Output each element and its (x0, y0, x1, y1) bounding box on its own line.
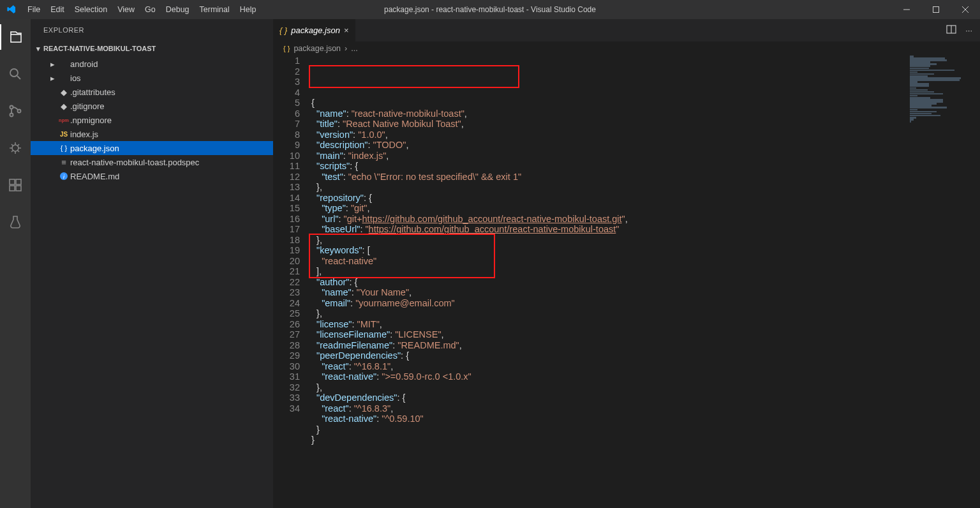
code-line[interactable]: } (311, 435, 903, 445)
npm-icon: npm (57, 117, 70, 123)
menu-edit[interactable]: Edit (45, 0, 70, 19)
git-icon: ◆ (57, 87, 70, 97)
code-line[interactable]: "main": "index.js", (311, 151, 903, 161)
code-line[interactable]: "url": "git+https://github.com/github_ac… (311, 214, 903, 225)
code-line[interactable]: "author": { (311, 277, 903, 288)
menu-help[interactable]: Help (235, 0, 262, 19)
code-line[interactable]: "react-native": ">=0.59.0-rc.0 <1.0.x" (311, 371, 903, 382)
code-line[interactable]: "license": "MIT", (311, 319, 903, 330)
chevron-right-icon: ▸ (47, 73, 57, 83)
explorer-icon[interactable] (0, 24, 31, 50)
code-line[interactable]: "peerDependencies": { (311, 350, 903, 361)
tree-item-ios[interactable]: ▸ios (31, 71, 273, 85)
code-line[interactable]: } (311, 424, 903, 435)
code-line[interactable]: "name": "Your Name", (311, 287, 903, 298)
search-icon[interactable] (0, 61, 31, 87)
code-line[interactable]: "repository": { (311, 193, 903, 204)
code-content[interactable]: { "name": "react-native-mobikul-toast", … (311, 56, 903, 508)
tree-item-label: README.md (70, 172, 119, 181)
code-line[interactable]: }, (311, 182, 903, 193)
code-line[interactable]: "react": "^16.8.1", (311, 361, 903, 372)
explorer-sidebar: EXPLORER ▾ REACT-NATIVE-MOBIKUL-TOAST ▸a… (31, 19, 273, 508)
window-title: package.json - react-native-mobikul-toas… (384, 5, 596, 14)
tab-package-json[interactable]: { } package.json × (273, 19, 356, 41)
minimize-button[interactable] (892, 0, 921, 19)
test-icon[interactable] (0, 209, 31, 235)
split-editor-icon[interactable] (946, 24, 956, 36)
menu-file[interactable]: File (22, 0, 45, 19)
file-tree: ▸android▸ios◆.gitattributes◆.gitignorenp… (31, 56, 273, 183)
highlight-box-name-title (309, 65, 519, 88)
tree-item--gitignore[interactable]: ◆.gitignore (31, 99, 273, 113)
json-icon: { } (57, 144, 70, 152)
code-line[interactable]: "react-native" (311, 256, 903, 267)
close-icon[interactable]: × (344, 26, 349, 35)
code-line[interactable]: "baseUrl": "https://github.com/github_ac… (311, 224, 903, 235)
title-bar: FileEditSelectionViewGoDebugTerminalHelp… (0, 0, 980, 19)
tree-item-label: index.js (70, 130, 98, 139)
tree-item-label: react-native-mobikul-toast.podspec (70, 158, 199, 167)
code-line[interactable]: "title": "React Native Mobikul Toast", (311, 119, 903, 130)
code-line[interactable]: "version": "1.0.0", (311, 130, 903, 140)
json-icon: { } (279, 26, 287, 35)
editor-tabs: { } package.json × ··· (273, 19, 980, 41)
code-line[interactable]: "test": "echo \"Error: no test specified… (311, 172, 903, 183)
tree-item-android[interactable]: ▸android (31, 57, 273, 71)
sidebar-title: EXPLORER (31, 19, 273, 41)
tree-item-readme-md[interactable]: iREADME.md (31, 169, 273, 183)
source-control-icon[interactable] (0, 98, 31, 124)
code-editor[interactable]: 1234567891011121314151617181920212223242… (273, 56, 980, 508)
menu-debug[interactable]: Debug (161, 0, 195, 19)
menu-view[interactable]: View (112, 0, 140, 19)
debug-icon[interactable] (0, 135, 31, 161)
tree-item-label: package.json (70, 144, 119, 153)
code-line[interactable]: "email": "yourname@email.com" (311, 298, 903, 309)
breadcrumb-file: package.json (293, 44, 341, 53)
svg-point-3 (10, 114, 13, 117)
code-line[interactable]: "devDependencies": { (311, 392, 903, 403)
code-line[interactable]: ], (311, 266, 903, 277)
breadcrumbs[interactable]: { } package.json › ... (273, 41, 980, 56)
menu-go[interactable]: Go (140, 0, 161, 19)
code-line[interactable]: "readmeFilename": "README.md", (311, 340, 903, 351)
tree-item-label: .gitignore (70, 101, 104, 111)
tree-item-index-js[interactable]: JSindex.js (31, 127, 273, 141)
code-line[interactable]: "react-native": "^0.59.10" (311, 414, 903, 424)
code-line[interactable]: }, (311, 382, 903, 393)
code-line[interactable]: "keywords": [ (311, 245, 903, 256)
chevron-right-icon: › (345, 44, 347, 53)
vscode-logo-icon (0, 4, 22, 15)
svg-point-2 (10, 106, 13, 109)
code-line[interactable]: "description": "TODO", (311, 140, 903, 151)
svg-rect-7 (16, 179, 21, 184)
code-line[interactable]: "scripts": { (311, 161, 903, 172)
code-line[interactable]: { (311, 98, 903, 108)
svg-point-1 (10, 69, 18, 77)
svg-rect-0 (933, 7, 939, 13)
code-line[interactable]: "licenseFilename": "LICENSE", (311, 329, 903, 340)
code-line[interactable]: "type": "git", (311, 203, 903, 214)
line-numbers: 1234567891011121314151617181920212223242… (273, 56, 311, 508)
tree-item--npmignore[interactable]: npm.npmignore (31, 113, 273, 127)
code-line[interactable]: "name": "react-native-mobikul-toast", (311, 108, 903, 119)
close-button[interactable] (951, 0, 980, 19)
tree-item-package-json[interactable]: { }package.json (31, 141, 273, 155)
menu-terminal[interactable]: Terminal (195, 0, 235, 19)
git-icon: ◆ (57, 101, 70, 111)
code-line[interactable] (311, 445, 903, 456)
tree-item-react-native-mobikul-toast-podspec[interactable]: ≡react-native-mobikul-toast.podspec (31, 155, 273, 169)
more-icon[interactable]: ··· (965, 26, 972, 35)
maximize-button[interactable] (921, 0, 951, 19)
extensions-icon[interactable] (0, 172, 31, 198)
editor-area: { } package.json × ··· { } package.json … (273, 19, 980, 508)
menu-selection[interactable]: Selection (70, 0, 112, 19)
svg-point-4 (18, 110, 21, 113)
code-line[interactable]: }, (311, 235, 903, 246)
tab-label: package.json (291, 26, 340, 35)
code-line[interactable]: "react": "^16.8.3", (311, 403, 903, 414)
svg-rect-9 (16, 186, 21, 191)
code-line[interactable]: }, (311, 308, 903, 319)
tree-item--gitattributes[interactable]: ◆.gitattributes (31, 85, 273, 99)
sidebar-section-header[interactable]: ▾ REACT-NATIVE-MOBIKUL-TOAST (31, 41, 273, 56)
breadcrumb-rest: ... (351, 44, 357, 53)
